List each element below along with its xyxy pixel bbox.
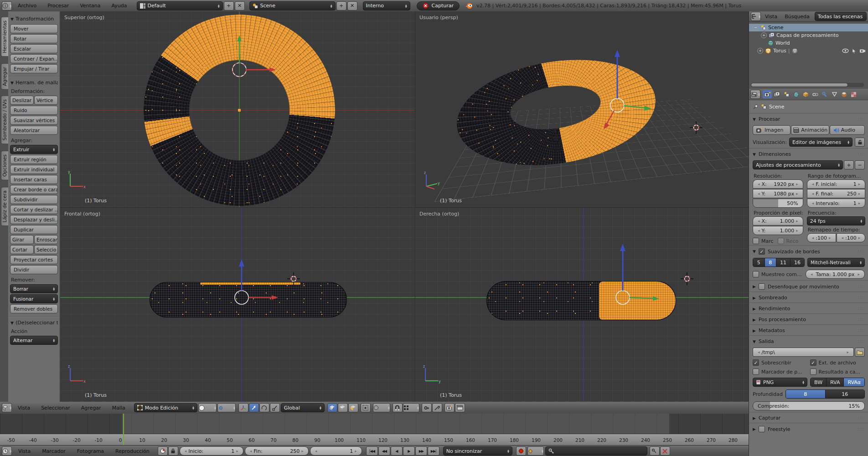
scene-selector[interactable]: Scene bbox=[249, 1, 336, 10]
button-crear-borde-cara[interactable]: Crear borde o cara bbox=[10, 185, 58, 194]
select-mode-edge-icon[interactable] bbox=[338, 403, 348, 412]
panel-salida[interactable]: Salida bbox=[749, 335, 868, 346]
outliner-item-torus[interactable]: + Torus | bbox=[749, 47, 868, 55]
resolution-scale-slider[interactable]: 50% bbox=[753, 199, 803, 208]
context-tab-material[interactable] bbox=[839, 90, 848, 98]
dropdown-alternar[interactable]: Alternar bbox=[10, 336, 58, 345]
button-empujar-tirar[interactable]: Empujar / Tirar bbox=[10, 64, 58, 73]
filter-size-field[interactable]: Tama: 1.000 px bbox=[806, 270, 865, 279]
viewport-superior[interactable]: y x Superior (ortog) (1) Torus bbox=[60, 11, 415, 207]
panel-capturar[interactable]: Capturar bbox=[749, 412, 868, 423]
button-insertar-caras[interactable]: Insertar caras bbox=[10, 175, 58, 184]
expand-icon[interactable]: + bbox=[757, 48, 763, 54]
active-keying-set-field[interactable] bbox=[545, 446, 647, 456]
panel-sombreado[interactable]: Sombreado bbox=[749, 292, 868, 302]
button-duplicar[interactable]: Duplicar bbox=[10, 225, 58, 234]
framerate-selector[interactable]: 24 fps bbox=[807, 216, 866, 225]
frame-step-field[interactable]: Intervalo:1 bbox=[807, 199, 866, 208]
proportional-edit-selector[interactable] bbox=[373, 403, 390, 412]
menu-seleccionar[interactable]: Seleccionar bbox=[36, 405, 75, 411]
resolution-x-field[interactable]: X:1920 px bbox=[753, 179, 803, 189]
aspect-y-field[interactable]: Y:1.000 bbox=[753, 226, 803, 235]
color-mode-bw[interactable]: BW bbox=[811, 378, 827, 386]
context-tab-render-layers[interactable] bbox=[772, 90, 781, 98]
cursor-3d[interactable] bbox=[690, 121, 703, 134]
cursor-3d[interactable] bbox=[287, 272, 300, 285]
visibility-eye-icon[interactable] bbox=[842, 48, 849, 53]
menu-ventana[interactable]: Ventana bbox=[75, 3, 105, 9]
depth-8[interactable]: 8 bbox=[786, 390, 826, 398]
render-animation-icon[interactable] bbox=[455, 403, 465, 412]
button-deslizar[interactable]: Deslizar bbox=[10, 96, 34, 105]
aa-samples-8[interactable]: 8 bbox=[765, 258, 777, 266]
pivot-selector[interactable] bbox=[217, 403, 236, 412]
menu-ayuda[interactable]: Ayuda bbox=[107, 3, 132, 9]
preset-remove-button[interactable]: − bbox=[855, 160, 865, 169]
aa-samples-11[interactable]: 11 bbox=[776, 258, 790, 266]
depth-16[interactable]: 16 bbox=[826, 390, 865, 398]
panel-procesar[interactable]: Procesar bbox=[749, 113, 868, 124]
use-preview-range-icon[interactable] bbox=[158, 446, 168, 456]
outliner-menu-busqueda[interactable]: Búsqueda bbox=[781, 14, 813, 20]
context-tab-object[interactable] bbox=[801, 90, 810, 98]
file-extensions-checkbox[interactable] bbox=[810, 359, 816, 366]
frame-end-field[interactable]: Fin:250 bbox=[245, 446, 309, 456]
occlude-geometry-icon[interactable] bbox=[361, 403, 371, 412]
button-proyectar-cortes[interactable]: Proyectar cortes bbox=[10, 255, 58, 264]
context-tab-data[interactable] bbox=[830, 90, 839, 98]
outliner-filter-selector[interactable]: Todas las escenas bbox=[815, 12, 867, 21]
context-tab-constraints[interactable] bbox=[811, 90, 820, 98]
viewport-frontal[interactable]: z x Frontal (ortog) (1) Torus bbox=[60, 208, 415, 402]
button-subdividir[interactable]: Subdividir bbox=[10, 195, 58, 204]
outliner-menu-vista[interactable]: Vista bbox=[762, 14, 780, 20]
orientation-selector[interactable]: Global bbox=[281, 403, 325, 412]
capture-button[interactable]: Capturar bbox=[417, 1, 460, 10]
delete-keyframes-button[interactable] bbox=[660, 446, 670, 456]
context-tab-render[interactable] bbox=[763, 90, 772, 98]
snap-peel-icon[interactable] bbox=[432, 403, 442, 412]
layout-selector[interactable]: Default bbox=[137, 1, 223, 10]
current-frame-field[interactable]: 1 bbox=[310, 446, 362, 456]
selectability-cursor-icon[interactable] bbox=[852, 48, 857, 54]
crop-checkbox[interactable] bbox=[778, 238, 784, 244]
play-button[interactable]: ▶ bbox=[403, 446, 415, 456]
lock-interface-icon[interactable] bbox=[855, 138, 865, 147]
panel-suavizado[interactable]: Suavizado de bordes bbox=[749, 245, 868, 256]
insert-keyframes-button[interactable] bbox=[650, 446, 660, 456]
placeholders-checkbox[interactable] bbox=[753, 369, 759, 375]
context-tab-modifiers[interactable] bbox=[820, 90, 829, 98]
outliner-item-render-layers[interactable]: + Capas de procesamiento bbox=[749, 31, 868, 39]
button-suavizar-vertices[interactable]: Suavizar vértices bbox=[10, 116, 58, 125]
render-image-button[interactable]: Imagen bbox=[753, 125, 790, 135]
button-mover[interactable]: Mover bbox=[10, 24, 58, 33]
menu-vista-timeline[interactable]: Vista bbox=[13, 448, 36, 454]
context-tab-world[interactable] bbox=[791, 90, 801, 98]
render-animation-button[interactable]: Animación bbox=[791, 125, 829, 135]
frame-start-field[interactable]: Inicio:1 bbox=[180, 446, 243, 456]
remap-old-field[interactable]: :100 bbox=[807, 233, 836, 242]
select-mode-face-icon[interactable] bbox=[348, 403, 358, 412]
translate-manipulator[interactable] bbox=[572, 46, 667, 164]
button-aleatorizar[interactable]: Aleatorizar bbox=[10, 126, 58, 135]
next-keyframe-button[interactable]: ▶▶ bbox=[415, 446, 427, 456]
aa-samples-5[interactable]: 5 bbox=[753, 258, 765, 266]
output-path-field[interactable]: /tmp\ bbox=[753, 348, 854, 357]
overwrite-checkbox[interactable] bbox=[753, 359, 759, 366]
play-reverse-button[interactable]: ◀ bbox=[391, 446, 403, 456]
button-cortar[interactable]: Cortar bbox=[10, 245, 34, 254]
aa-filter-selector[interactable]: Mitchell-Netravali bbox=[807, 258, 865, 267]
render-preset-selector[interactable]: Ajustes de procesamiento bbox=[753, 160, 843, 169]
layout-delete-button[interactable]: ✕ bbox=[235, 1, 245, 10]
button-escalar[interactable]: Escalar bbox=[10, 44, 58, 53]
renderability-camera-icon[interactable] bbox=[859, 48, 866, 53]
render-audio-button[interactable]: Audio bbox=[830, 125, 865, 135]
tab-lapiz-de-cera[interactable]: Lápiz de cera bbox=[1, 187, 8, 226]
button-seleccion[interactable]: Seleccio bbox=[34, 245, 58, 254]
prev-keyframe-button[interactable]: ◀◀ bbox=[378, 446, 390, 456]
timeline-ruler[interactable]: -50-40-30-20-100102030405060708090100110… bbox=[0, 434, 749, 446]
pin-icon[interactable] bbox=[753, 104, 759, 110]
resolution-y-field[interactable]: Y:1080 px bbox=[753, 189, 803, 198]
menu-agregar[interactable]: Agregar bbox=[76, 405, 106, 411]
info-editor-icon[interactable]: i bbox=[2, 1, 12, 10]
button-cortar-deslizar[interactable]: Cortar y deslizar ... bbox=[10, 205, 58, 214]
